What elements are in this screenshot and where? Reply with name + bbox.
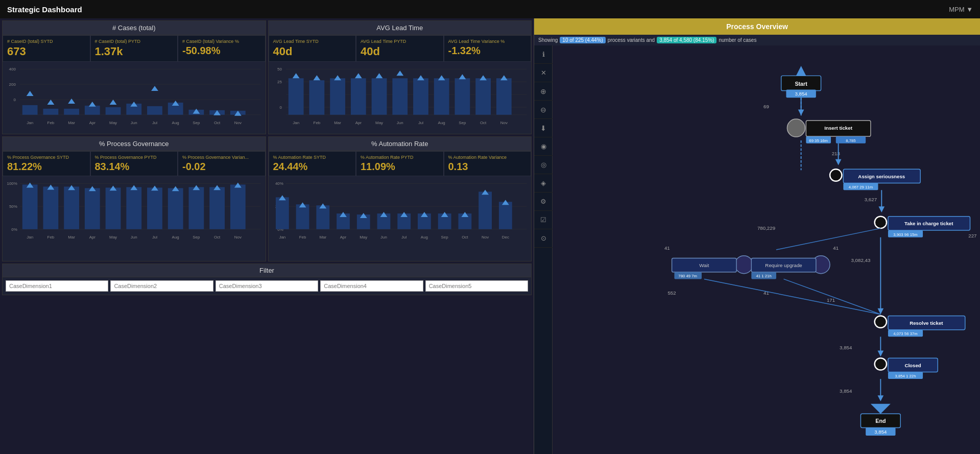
- cases-panel-title: # Cases (total): [3, 21, 266, 35]
- svg-text:Feb: Feb: [47, 235, 55, 240]
- gov-pytd-label: % Process Governance PYTD: [95, 155, 174, 160]
- svg-marker-66: [438, 75, 445, 80]
- lead-kpi-row: AVG Lead Time SYTD 40d AVG Lead Time PYT…: [269, 35, 532, 62]
- filter-input-2[interactable]: [110, 280, 213, 292]
- svg-point-218: [875, 316, 887, 327]
- svg-text:3,854: 3,854: [795, 91, 807, 97]
- lead-kpi-pytd: AVG Lead Time PYTD 40d: [356, 35, 444, 62]
- svg-rect-93: [147, 187, 162, 229]
- svg-text:Dec: Dec: [501, 235, 509, 240]
- svg-text:25: 25: [277, 80, 282, 84]
- svg-line-215: [784, 279, 881, 314]
- svg-text:Jan: Jan: [293, 121, 299, 125]
- toolbar-zoom-out-btn[interactable]: ⊖: [534, 101, 553, 119]
- toolbar-close-btn[interactable]: ✕: [534, 64, 553, 82]
- svg-text:Jun: Jun: [396, 121, 403, 125]
- svg-text:4,073 56 37m: 4,073 56 37m: [893, 331, 918, 336]
- app-logo: MPM ▼: [949, 6, 973, 13]
- toolbar-info-btn[interactable]: ℹ: [534, 45, 553, 64]
- filter-input-5[interactable]: [425, 280, 528, 292]
- cases-chart-svg: 400 200 0: [5, 64, 264, 130]
- svg-marker-232: [878, 395, 884, 401]
- process-flow-diagram: Start 3,854 69 Insert ticket: [553, 45, 980, 454]
- toolbar-download-btn[interactable]: ⬇: [534, 119, 553, 137]
- toolbar-eye-btn[interactable]: ◉: [534, 137, 553, 156]
- svg-text:Apr: Apr: [89, 121, 96, 125]
- process-overview-info: Showing 10 of 225 (4.44%) process varian…: [534, 35, 980, 45]
- svg-rect-91: [106, 187, 121, 229]
- auto-kpi-pytd: % Automation Rate PYTD 11.09%: [356, 151, 444, 176]
- cases-variance-label: # CaseID (total) Variance %: [182, 39, 261, 44]
- svg-marker-64: [396, 70, 403, 76]
- automation-panel-title: % Automation Rate: [269, 137, 532, 151]
- svg-text:Oct: Oct: [462, 235, 468, 240]
- svg-rect-95: [189, 187, 204, 229]
- svg-rect-127: [296, 204, 309, 229]
- svg-marker-67: [459, 74, 466, 79]
- svg-text:41 1 21h: 41 1 21h: [756, 274, 772, 279]
- toolbar-zoom-in-btn[interactable]: ⊕: [534, 82, 553, 101]
- filter-input-3[interactable]: [216, 280, 318, 292]
- svg-marker-69: [500, 75, 507, 80]
- toolbar-eye2-btn[interactable]: ◎: [534, 156, 553, 174]
- svg-text:Start: Start: [795, 81, 807, 87]
- cases-kpi-pytd: # CaseID (total) PYTD 1.37k: [90, 35, 178, 62]
- svg-text:Oct: Oct: [214, 121, 221, 125]
- automation-chart: 40% 20% 0%: [269, 176, 532, 261]
- toolbar-check-btn[interactable]: ☑: [534, 211, 553, 229]
- left-panels: # Cases (total) # CaseID (total) SYTD 67…: [0, 18, 534, 454]
- svg-rect-9: [64, 109, 79, 115]
- app-header: Strategic Dashboard MPM ▼: [0, 0, 980, 18]
- svg-text:3,627: 3,627: [865, 197, 877, 202]
- process-overview-title: Process Overview: [534, 18, 980, 35]
- app-title: Strategic Dashboard: [7, 5, 82, 14]
- svg-text:Mar: Mar: [68, 121, 75, 125]
- svg-text:Jan: Jan: [27, 121, 33, 125]
- svg-text:Sep: Sep: [193, 235, 200, 240]
- svg-text:Jun: Jun: [131, 235, 137, 240]
- svg-rect-88: [43, 186, 58, 229]
- svg-rect-49: [309, 80, 324, 115]
- filter-input-4[interactable]: [320, 280, 423, 292]
- svg-text:0: 0: [279, 105, 282, 110]
- svg-marker-65: [417, 75, 424, 80]
- svg-text:3,082,43: 3,082,43: [851, 257, 870, 263]
- lead-variance-label: AVG Lead Time Variance %: [448, 39, 527, 44]
- svg-rect-8: [43, 109, 58, 115]
- svg-marker-22: [110, 100, 117, 105]
- svg-marker-60: [313, 75, 320, 80]
- main-layout: # Cases (total) # CaseID (total) SYTD 67…: [0, 18, 980, 454]
- svg-text:Aug: Aug: [420, 235, 427, 240]
- svg-point-172: [787, 119, 805, 137]
- svg-text:Sep: Sep: [459, 121, 466, 125]
- svg-text:Jul: Jul: [418, 121, 423, 125]
- filter-input-1[interactable]: [6, 280, 108, 292]
- svg-text:8,785: 8,785: [846, 138, 855, 143]
- svg-rect-136: [479, 192, 492, 229]
- svg-text:Feb: Feb: [47, 121, 55, 125]
- svg-text:69 35 16m: 69 35 16m: [809, 138, 828, 143]
- svg-rect-92: [126, 187, 141, 229]
- svg-marker-164: [796, 66, 806, 76]
- svg-text:Sep: Sep: [441, 235, 448, 240]
- svg-rect-57: [475, 78, 491, 115]
- gov-sytd-value: 81.22%: [7, 161, 86, 173]
- governance-panel-title: % Process Governance: [3, 137, 266, 151]
- svg-text:Sep: Sep: [193, 121, 200, 125]
- filter-bar: Filter: [2, 264, 532, 295]
- svg-text:69: 69: [763, 104, 769, 109]
- svg-marker-19: [47, 100, 54, 105]
- toolbar-settings-btn[interactable]: ⚙: [534, 193, 553, 211]
- process-content: ℹ ✕ ⊕ ⊖ ⬇ ◉ ◎ ◈ ⚙ ☑ ⊙: [534, 45, 980, 454]
- lead-pytd-label: AVG Lead Time PYTD: [361, 39, 439, 44]
- svg-marker-18: [27, 91, 34, 96]
- svg-text:552: 552: [667, 290, 676, 296]
- toolbar-circle-btn[interactable]: ⊙: [534, 229, 553, 248]
- toolbar-layers-btn[interactable]: ◈: [534, 174, 553, 193]
- svg-text:Oct: Oct: [480, 121, 486, 125]
- gov-pytd-value: 83.14%: [95, 161, 174, 173]
- lead-kpi-sytd: AVG Lead Time SYTD 40d: [269, 35, 356, 62]
- svg-text:Apr: Apr: [355, 121, 362, 125]
- svg-text:3,854: 3,854: [874, 429, 887, 435]
- gov-kpi-variance: % Process Governance Varian... -0.02: [178, 151, 266, 176]
